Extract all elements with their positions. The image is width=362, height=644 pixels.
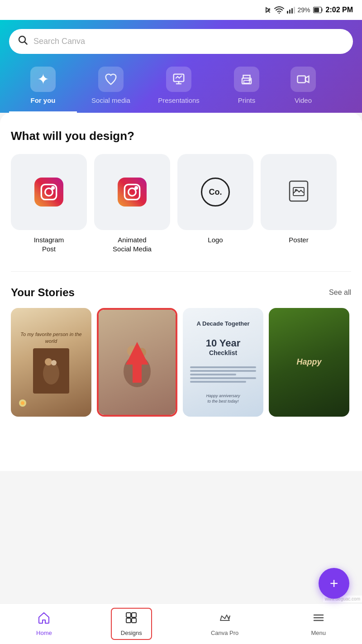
- checklist-label: Checklist: [206, 349, 241, 356]
- svg-rect-33: [126, 618, 131, 623]
- category-for-you[interactable]: ✦ For you: [9, 67, 77, 113]
- presentations-icon-wrap: [166, 67, 191, 92]
- nav-canva-pro-label: Canva Pro: [211, 630, 238, 636]
- stories-title: Your Stories: [11, 286, 75, 299]
- battery-level: 29%: [298, 6, 310, 14]
- design-card-animated[interactable]: AnimatedSocial Media: [94, 154, 170, 253]
- animated-instagram-icon: [118, 178, 147, 207]
- nav-menu[interactable]: Menu: [297, 608, 339, 640]
- fab-plus-icon: +: [330, 576, 338, 591]
- checklist-lines: [190, 366, 256, 383]
- svg-point-23: [45, 358, 52, 365]
- checklist-line-1: [190, 366, 256, 368]
- svg-point-24: [51, 360, 57, 365]
- svg-rect-2: [289, 10, 291, 14]
- story-card-1[interactable]: To my favorite person in the world: [11, 308, 91, 417]
- story-card-2[interactable]: [97, 308, 177, 417]
- svg-point-15: [52, 187, 54, 189]
- story-1-bottom: [18, 399, 84, 409]
- category-presentations[interactable]: Presentations: [145, 67, 213, 113]
- story-4-happy-text: Happy: [296, 356, 321, 368]
- animated-instagram-svg: [123, 183, 141, 201]
- see-all-button[interactable]: See all: [329, 288, 351, 297]
- poster-icon: [286, 178, 311, 206]
- svg-point-21: [295, 189, 297, 192]
- nav-designs-label: Designs: [121, 630, 142, 636]
- nav-designs[interactable]: Designs: [111, 608, 152, 640]
- checklist-year-wrap: 10 Year Checklist: [206, 337, 241, 356]
- sparkle-icon: ✦: [37, 71, 49, 88]
- svg-rect-10: [244, 81, 250, 83]
- checklist-footer-text: Happy anniversaryto the best today!: [206, 393, 240, 404]
- story-2-bg: [99, 310, 176, 415]
- poster-svg: [286, 178, 311, 204]
- story-1-flower-icon: [18, 399, 54, 408]
- checklist-line-4: [190, 377, 256, 379]
- chart-icon: [172, 72, 186, 86]
- svg-rect-4: [294, 7, 295, 14]
- status-bar: 29% 2:02 PM: [0, 0, 362, 20]
- story-1-people-silhouette: [38, 353, 65, 389]
- category-for-you-label: For you: [31, 96, 56, 104]
- category-social-media-label: Social media: [91, 96, 130, 104]
- bottom-spacer: [11, 417, 351, 462]
- category-video[interactable]: Video: [281, 67, 326, 113]
- category-social-media[interactable]: Social media: [77, 67, 145, 113]
- stories-header: Your Stories See all: [11, 286, 351, 299]
- animated-card-label: AnimatedSocial Media: [113, 235, 152, 253]
- search-bar[interactable]: Search Canva: [9, 29, 353, 54]
- design-card-instagram[interactable]: InstagramPost: [11, 154, 87, 253]
- svg-point-29: [137, 348, 146, 357]
- signal-icon: [287, 6, 295, 14]
- search-placeholder: Search Canva: [33, 37, 85, 46]
- nav-home[interactable]: Home: [23, 608, 66, 640]
- prints-icon-wrap: [234, 67, 259, 92]
- story-2-couple-silhouette: [117, 335, 157, 389]
- battery-icon: [313, 7, 323, 13]
- svg-point-18: [135, 187, 137, 189]
- story-card-4[interactable]: Happy: [269, 308, 349, 417]
- main-content: What will you design? InstagramPost: [0, 113, 362, 471]
- category-prints[interactable]: Prints: [213, 67, 281, 113]
- svg-rect-34: [132, 618, 136, 623]
- logo-card-label: Logo: [208, 235, 223, 245]
- design-card-logo[interactable]: Co. Logo: [177, 154, 253, 253]
- svg-point-28: [127, 346, 138, 356]
- instagram-svg: [40, 183, 58, 201]
- animated-card-icon: [94, 154, 170, 230]
- story-1-image: [33, 348, 69, 394]
- checklist-decade-text: A Decade Together: [196, 320, 249, 327]
- nav-canva-pro[interactable]: Canva Pro: [197, 608, 252, 640]
- category-prints-label: Prints: [238, 96, 255, 104]
- svg-point-11: [249, 79, 251, 81]
- wifi-icon: [274, 6, 284, 14]
- logo-icon: Co.: [201, 178, 230, 207]
- logo-card-icon: Co.: [177, 154, 253, 230]
- poster-card-label: Poster: [289, 235, 308, 245]
- checklist-line-2: [190, 370, 256, 372]
- checklist-line-5: [190, 381, 246, 383]
- story-4-bg: Happy: [269, 308, 349, 417]
- svg-rect-12: [298, 76, 306, 83]
- crown-icon: [219, 611, 231, 627]
- category-nav: ✦ For you Social media Presentations: [9, 67, 353, 113]
- heart-icon: [104, 72, 118, 86]
- svg-rect-6: [314, 8, 319, 12]
- checklist-line-3: [190, 374, 236, 375]
- instagram-card-icon: [11, 154, 87, 230]
- poster-card-icon: [261, 154, 337, 230]
- menu-icon: [312, 611, 325, 627]
- svg-rect-32: [132, 613, 136, 617]
- design-card-poster[interactable]: Poster: [261, 154, 337, 253]
- svg-rect-3: [291, 8, 293, 14]
- social-media-icon-wrap: [98, 67, 124, 92]
- video-icon: [296, 72, 310, 86]
- logo-icon-text: Co.: [209, 187, 222, 197]
- svg-rect-1: [287, 11, 288, 14]
- category-presentations-label: Presentations: [158, 96, 200, 104]
- instagram-card-label: InstagramPost: [34, 235, 64, 253]
- home-icon: [38, 611, 50, 627]
- bluetooth-icon: [264, 5, 272, 14]
- create-fab[interactable]: +: [319, 568, 349, 599]
- story-card-3[interactable]: A Decade Together 10 Year Checklist Happ…: [183, 308, 263, 417]
